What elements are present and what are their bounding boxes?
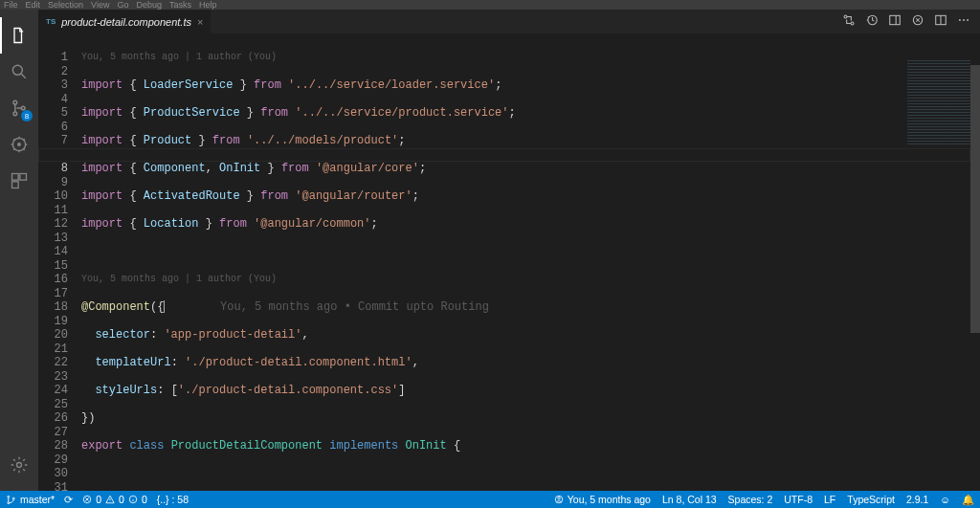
- gitlens-blame-component: You, 5 months ago | 1 author (You): [81, 273, 980, 286]
- settings-gear-icon[interactable]: [0, 447, 38, 483]
- vertical-scrollbar[interactable]: [970, 57, 980, 491]
- menu-tasks[interactable]: Tasks: [169, 0, 191, 10]
- line-number-gutter: 1234567 89101112131415161718192021222324…: [38, 33, 81, 491]
- debug-icon[interactable]: [0, 126, 38, 163]
- svg-point-2: [13, 112, 17, 116]
- status-branch[interactable]: master*: [6, 494, 55, 505]
- svg-point-19: [8, 496, 10, 497]
- editor-body[interactable]: 1234567 89101112131415161718192021222324…: [38, 33, 980, 491]
- menu-edit[interactable]: Edit: [26, 0, 41, 10]
- menu-file[interactable]: File: [4, 0, 18, 10]
- git-compare-icon[interactable]: [842, 13, 856, 30]
- menu-selection[interactable]: Selection: [48, 0, 83, 10]
- svg-point-11: [851, 22, 854, 25]
- search-icon[interactable]: [0, 54, 38, 90]
- svg-point-16: [959, 19, 961, 21]
- svg-point-21: [12, 497, 14, 499]
- status-notifications-icon[interactable]: 🔔: [962, 494, 974, 506]
- status-encoding[interactable]: UTF-8: [784, 494, 813, 505]
- svg-rect-8: [12, 182, 19, 188]
- tab-product-detail[interactable]: TS product-detail.component.ts ×: [38, 10, 212, 33]
- svg-point-5: [18, 144, 21, 146]
- status-cursor-position[interactable]: Ln 8, Col 13: [662, 494, 717, 505]
- svg-point-10: [844, 15, 847, 18]
- svg-point-18: [967, 19, 969, 21]
- status-bar: master* ⟳ 0 0 0 {..} : 58 You, 5 months …: [0, 491, 980, 508]
- editor-area: TS product-detail.component.ts ×: [38, 10, 980, 491]
- status-eol[interactable]: LF: [824, 494, 835, 505]
- status-problems[interactable]: 0 0 0: [82, 494, 147, 505]
- status-sync[interactable]: ⟳: [64, 494, 73, 505]
- gitlens-inline-blame: You, 5 months ago • Commit upto Routing: [220, 300, 489, 314]
- close-icon[interactable]: ×: [197, 16, 203, 28]
- open-preview-icon[interactable]: [888, 13, 902, 30]
- split-editor-icon[interactable]: [934, 13, 947, 30]
- scm-badge: 8: [21, 110, 33, 121]
- svg-rect-6: [12, 174, 19, 181]
- gitlens-blame-top: You, 5 months ago | 1 author (You): [81, 52, 980, 65]
- status-brackets[interactable]: {..} : 58: [157, 494, 189, 505]
- menu-help[interactable]: Help: [199, 0, 217, 10]
- status-git-author[interactable]: You, 5 months ago: [554, 494, 651, 505]
- explorer-icon[interactable]: [0, 17, 38, 54]
- menu-view[interactable]: View: [91, 0, 109, 10]
- typescript-icon: TS: [46, 17, 56, 26]
- menu-debug[interactable]: Debug: [136, 0, 162, 10]
- status-indentation[interactable]: Spaces: 2: [728, 494, 773, 505]
- menu-bar: File Edit Selection View Go Debug Tasks …: [0, 0, 980, 10]
- status-language[interactable]: TypeScript: [847, 494, 895, 505]
- svg-point-20: [8, 501, 10, 503]
- svg-point-0: [12, 65, 22, 75]
- svg-point-1: [13, 100, 17, 104]
- svg-rect-7: [20, 174, 27, 181]
- svg-rect-13: [890, 15, 901, 24]
- code-content[interactable]: You, 5 months ago | 1 author (You) impor…: [81, 33, 980, 491]
- status-feedback-icon[interactable]: ☺: [940, 494, 950, 505]
- tab-title: product-detail.component.ts: [61, 16, 191, 28]
- activity-bar: 8: [0, 10, 38, 491]
- editor-actions: [833, 10, 980, 33]
- status-ts-version[interactable]: 2.9.1: [906, 494, 928, 505]
- close-all-icon[interactable]: [911, 13, 924, 30]
- svg-point-25: [558, 497, 561, 500]
- svg-point-9: [17, 463, 22, 468]
- more-actions-icon[interactable]: [957, 13, 970, 30]
- svg-point-17: [963, 19, 965, 21]
- history-icon[interactable]: [865, 13, 879, 30]
- scrollbar-thumb[interactable]: [970, 65, 980, 333]
- source-control-icon[interactable]: 8: [0, 90, 38, 126]
- extensions-icon[interactable]: [0, 163, 38, 199]
- menu-go[interactable]: Go: [117, 0, 128, 10]
- tab-bar: TS product-detail.component.ts ×: [38, 10, 980, 33]
